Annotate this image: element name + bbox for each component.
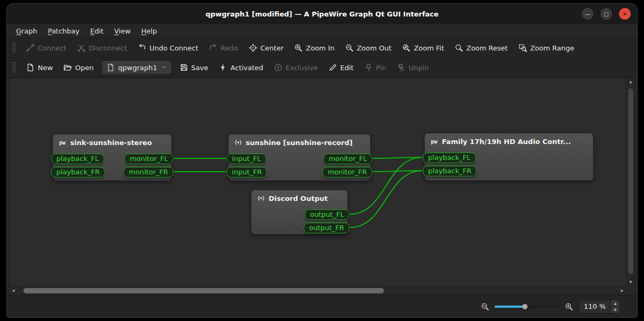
window-title: qpwgraph1 [modified] — A PipeWire Graph … xyxy=(205,10,438,18)
input-ports: playback_FLplayback_FR xyxy=(51,154,105,178)
patchbay-selector-value: qpwgraph1 xyxy=(118,64,157,72)
button-label: Redo xyxy=(221,44,238,52)
app-window: qpwgraph1 [modified] — A PipeWire Graph … xyxy=(6,3,638,318)
unpin-icon xyxy=(397,63,405,72)
port-playback-fr[interactable]: playback_FR xyxy=(423,166,476,176)
titlebar[interactable]: qpwgraph1 [modified] — A PipeWire Graph … xyxy=(7,4,637,24)
save-button[interactable]: Save xyxy=(175,61,213,74)
horizontal-scroll-track[interactable] xyxy=(18,286,618,295)
node-sunshine[interactable]: sunshine [sunshine-record]input_FLinput_… xyxy=(228,134,371,181)
edit-button[interactable]: Edit xyxy=(324,61,358,74)
activated-icon xyxy=(219,63,227,72)
disconnect-icon xyxy=(77,44,86,52)
scroll-left-icon[interactable]: ◀ xyxy=(9,286,18,295)
zoom-fit-icon xyxy=(402,44,411,52)
chevron-down-icon xyxy=(161,64,167,71)
zoom-in-button[interactable]: Zoom In xyxy=(289,41,339,55)
node-sink-sunshine-stereo[interactable]: pwsink-sunshine-stereoplayback_FLplaybac… xyxy=(53,134,172,181)
pipewire-icon: pw xyxy=(58,138,67,147)
horizontal-scroll-handle[interactable] xyxy=(23,288,383,293)
menu-patchbay[interactable]: Patchbay xyxy=(43,26,85,37)
button-label: Center xyxy=(261,44,284,52)
graph-canvas[interactable]: pwsink-sunshine-stereoplayback_FLplaybac… xyxy=(9,78,626,286)
scroll-up-icon[interactable]: ▲ xyxy=(626,78,635,86)
scroll-right-icon[interactable]: ▶ xyxy=(618,286,626,295)
redo-button: Redo xyxy=(204,41,243,55)
wires-layer xyxy=(10,78,626,286)
output-ports: monitor_FLmonitor_FR xyxy=(123,154,173,178)
node-title: Family 17h/19h HD Audio Contr... xyxy=(442,138,571,146)
zoom-out-slider-icon[interactable] xyxy=(481,302,489,311)
button-label: Open xyxy=(75,64,94,72)
spin-up-icon[interactable]: ▲ xyxy=(611,300,620,307)
zoom-slider[interactable] xyxy=(495,302,559,311)
content-area: pwsink-sunshine-stereoplayback_FLplaybac… xyxy=(7,78,637,295)
save-icon xyxy=(180,63,188,72)
zoom-value[interactable]: 110 % xyxy=(579,300,610,313)
node-discord-output[interactable]: Discord Outputoutput_FLoutput_FR xyxy=(251,190,348,234)
zoom-spinbox: 110 % ▲ ▼ xyxy=(579,300,620,314)
zoom-reset-icon xyxy=(455,44,463,52)
port-input-fl[interactable]: input_FL xyxy=(227,154,266,164)
port-playback-fl[interactable]: playback_FL xyxy=(423,153,476,163)
button-label: Zoom Fit xyxy=(414,44,444,52)
button-label: Save xyxy=(191,64,208,72)
vertical-scroll-track[interactable] xyxy=(626,86,635,278)
port-monitor-fr[interactable]: monitor_FR xyxy=(123,167,173,178)
center-button[interactable]: Center xyxy=(244,41,289,55)
zoom-out-button[interactable]: Zoom Out xyxy=(340,41,396,55)
node-title: sunshine [sunshine-record] xyxy=(246,139,353,147)
patchbay-selector[interactable]: qpwgraph1 xyxy=(102,61,171,74)
exclusive-icon xyxy=(274,63,282,72)
port-output-fl[interactable]: output_FL xyxy=(305,209,349,220)
connection-wire[interactable] xyxy=(373,157,422,158)
port-monitor-fl[interactable]: monitor_FL xyxy=(323,154,372,164)
button-label: Zoom Range xyxy=(530,44,574,52)
zoom-fit-button[interactable]: Zoom Fit xyxy=(397,41,449,55)
open-button[interactable]: Open xyxy=(58,61,98,74)
port-input-fr[interactable]: input_FR xyxy=(227,167,267,178)
zoom-range-button[interactable]: Zoom Range xyxy=(514,41,579,55)
horizontal-scrollbar[interactable]: ◀ ▶ xyxy=(9,286,626,295)
maximize-button[interactable]: ▢ xyxy=(600,8,612,20)
port-monitor-fl[interactable]: monitor_FL xyxy=(124,154,173,164)
button-label: Zoom Out xyxy=(357,44,391,52)
toolbar-main: ConnectDisconnectUndo ConnectRedoCenterZ… xyxy=(7,38,637,58)
toolbar-patchbay: NewOpenqpwgraph1SaveActivatedExclusiveEd… xyxy=(7,58,637,78)
menu-graph[interactable]: Graph xyxy=(11,26,42,37)
toolbar-grip[interactable] xyxy=(12,42,16,54)
scroll-down-icon[interactable]: ▼ xyxy=(626,278,635,286)
output-ports: output_FLoutput_FR xyxy=(304,209,349,233)
pin-icon xyxy=(364,63,373,72)
minimize-button[interactable]: — xyxy=(582,8,593,20)
vertical-scroll-handle[interactable] xyxy=(628,88,633,274)
port-playback-fl[interactable]: playback_FL xyxy=(51,154,104,164)
port-playback-fr[interactable]: playback_FR xyxy=(51,167,105,178)
activated-button[interactable]: Activated xyxy=(214,61,268,74)
menu-edit[interactable]: Edit xyxy=(86,26,108,37)
open-folder-icon xyxy=(63,63,72,72)
vertical-scrollbar[interactable]: ▲ ▼ xyxy=(626,78,635,286)
close-button[interactable]: ✕ xyxy=(619,8,631,20)
toolbar-grip[interactable] xyxy=(12,62,16,73)
pin-button: Pin xyxy=(359,61,391,74)
menu-help[interactable]: Help xyxy=(137,26,162,37)
window-controls: —▢✕ xyxy=(582,4,631,24)
zoom-in-slider-icon[interactable] xyxy=(565,302,573,311)
spin-down-icon[interactable]: ▼ xyxy=(611,307,620,313)
button-label: Zoom Reset xyxy=(466,44,508,52)
zoom-slider-handle[interactable] xyxy=(522,304,528,309)
zoom-spin-arrows: ▲ ▼ xyxy=(610,300,620,313)
audio-app-icon xyxy=(257,194,265,202)
new-button[interactable]: New xyxy=(21,61,57,74)
port-monitor-fr[interactable]: monitor_FR xyxy=(322,167,372,178)
port-output-fr[interactable]: output_FR xyxy=(304,223,349,233)
button-label: Undo Connect xyxy=(149,44,198,52)
audio-app-icon xyxy=(234,138,242,147)
menu-view[interactable]: View xyxy=(110,26,136,37)
scrollbar-corner xyxy=(626,286,635,295)
node-family-hd-audio[interactable]: pwFamily 17h/19h HD Audio Contr...playba… xyxy=(424,133,593,181)
undo-connect-button[interactable]: Undo Connect xyxy=(133,41,203,55)
connection-wire[interactable] xyxy=(373,171,422,172)
zoom-reset-button[interactable]: Zoom Reset xyxy=(450,41,513,55)
